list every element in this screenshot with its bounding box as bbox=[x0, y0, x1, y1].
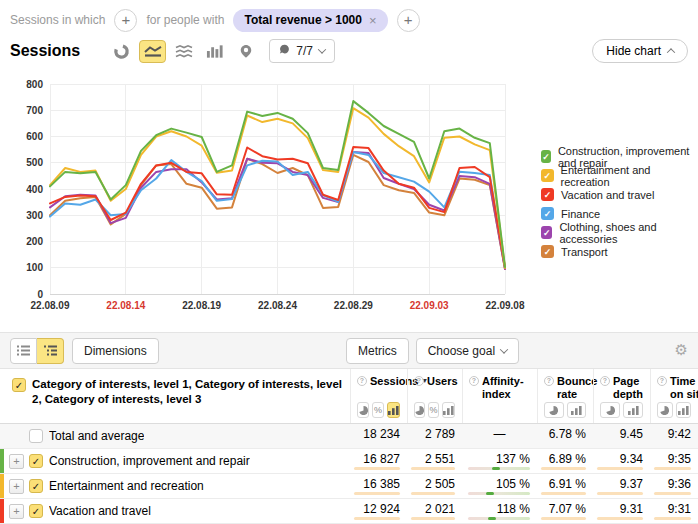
metric-bar bbox=[354, 467, 400, 470]
row-label[interactable]: Entertainment and recreation bbox=[49, 474, 204, 498]
metric-cell-bounce: 6.78 % bbox=[537, 424, 593, 448]
metric-value: 6.78 % bbox=[549, 427, 586, 441]
table-row[interactable]: +✓Entertainment and recreation16 3852 50… bbox=[0, 474, 698, 499]
expand-row-button[interactable]: + bbox=[9, 504, 24, 519]
affinity-marker bbox=[488, 517, 496, 520]
chart-header: Sessions 7/7 Hide chart bbox=[10, 38, 690, 64]
metric-cell-users: 2 021 bbox=[407, 499, 462, 523]
metric-label[interactable]: ?Users bbox=[414, 375, 455, 388]
percent-mini-icon[interactable]: % bbox=[428, 402, 439, 418]
row-checkbox[interactable]: ✓ bbox=[29, 454, 43, 468]
gear-icon[interactable]: ⚙ bbox=[675, 343, 688, 358]
annotations-dropdown[interactable]: 7/7 bbox=[269, 39, 335, 63]
row-checkbox[interactable]: ✓ bbox=[29, 504, 43, 518]
metric-cell-sessions: 16 385 bbox=[350, 474, 407, 498]
affinity-marker bbox=[486, 492, 494, 495]
expand-row-button[interactable]: + bbox=[9, 454, 24, 469]
chart-legend: ✓Construction, improvement and repair✓En… bbox=[541, 147, 698, 261]
pie-mini-icon[interactable] bbox=[357, 402, 369, 418]
segment-pill-label: Total revenue > 1000 bbox=[244, 13, 362, 27]
add-session-condition-button[interactable]: + bbox=[114, 9, 137, 32]
metric-value: 6.91 % bbox=[549, 477, 586, 491]
percent-mini-icon[interactable]: % bbox=[372, 402, 384, 418]
help-icon[interactable]: ? bbox=[600, 376, 610, 386]
help-icon[interactable]: ? bbox=[544, 376, 554, 386]
y-axis-tick: 700 bbox=[26, 105, 43, 116]
remove-segment-icon[interactable]: × bbox=[369, 13, 377, 28]
bars-mini-icon[interactable] bbox=[387, 402, 400, 418]
table-row-total[interactable]: Total and average18 2342 789—6.78 %9.459… bbox=[0, 424, 698, 449]
table-row[interactable]: +✓Vacation and travel12 9242 021118 %7.0… bbox=[0, 499, 698, 524]
bars-mini-icon[interactable] bbox=[567, 402, 587, 418]
metrics-button[interactable]: Metrics bbox=[346, 338, 409, 364]
pie-mini-icon[interactable] bbox=[657, 402, 673, 418]
bar-chart-icon[interactable] bbox=[201, 40, 228, 63]
metric-value: 9.34 bbox=[620, 452, 643, 466]
row-checkbox[interactable] bbox=[29, 429, 43, 443]
help-icon[interactable]: ? bbox=[469, 376, 479, 386]
map-pin-icon[interactable] bbox=[232, 40, 259, 63]
metric-cell-pagedepth: 9.34 bbox=[593, 449, 650, 473]
legend-checkbox[interactable]: ✓ bbox=[541, 150, 551, 163]
help-icon[interactable]: ? bbox=[414, 376, 424, 386]
metric-label[interactable]: ?Timeon site bbox=[657, 375, 691, 401]
y-axis-tick: 200 bbox=[26, 236, 43, 247]
bars-mini-icon[interactable] bbox=[442, 402, 455, 418]
row-color-bar bbox=[0, 449, 4, 473]
metric-value: 16 827 bbox=[363, 452, 400, 466]
pie-mini-icon[interactable] bbox=[600, 402, 620, 418]
sessions-line-chart[interactable]: 010020030040050060070080022.08.0922.08.1… bbox=[0, 74, 540, 320]
add-people-condition-button[interactable]: + bbox=[397, 9, 420, 32]
for-people-with-label: for people with bbox=[146, 13, 224, 27]
metric-cell-users: 2 551 bbox=[407, 449, 462, 473]
metric-value: 105 % bbox=[496, 477, 530, 491]
row-label[interactable]: Total and average bbox=[49, 424, 144, 448]
pie-mini-icon[interactable] bbox=[414, 402, 425, 418]
hide-chart-button[interactable]: Hide chart bbox=[592, 39, 688, 63]
select-all-checkbox[interactable]: ✓ bbox=[12, 378, 26, 392]
metric-bar bbox=[354, 492, 400, 495]
legend-checkbox[interactable]: ✓ bbox=[541, 207, 554, 220]
metric-label[interactable]: ?Pagedepth bbox=[600, 375, 643, 401]
legend-checkbox[interactable]: ✓ bbox=[541, 169, 554, 182]
legend-item[interactable]: ✓Transport bbox=[541, 242, 698, 261]
list-view-icon[interactable] bbox=[10, 338, 37, 364]
metric-cell-affinity: 105 % bbox=[462, 474, 537, 498]
pie-chart-icon[interactable] bbox=[108, 40, 135, 63]
choose-goal-dropdown[interactable]: Choose goal bbox=[416, 338, 519, 364]
stacked-area-icon[interactable] bbox=[170, 40, 197, 63]
legend-item[interactable]: ✓Clothing, shoes and accessories bbox=[541, 223, 698, 242]
legend-label: Vacation and travel bbox=[561, 189, 654, 201]
metric-label[interactable]: ?Affinity-index bbox=[469, 375, 530, 401]
chart-type-selector bbox=[108, 40, 259, 63]
metric-column-header-affinity: ?Affinity-index bbox=[462, 369, 537, 423]
tree-view-icon[interactable] bbox=[37, 338, 64, 364]
metric-value: 9.37 bbox=[620, 477, 643, 491]
metric-value: 9:42 bbox=[668, 427, 691, 441]
legend-label: Finance bbox=[561, 208, 600, 220]
expand-row-button[interactable]: + bbox=[9, 479, 24, 494]
row-label[interactable]: Construction, improvement and repair bbox=[49, 449, 250, 473]
row-label[interactable]: Vacation and travel bbox=[49, 499, 151, 523]
metric-label[interactable]: ?Bouncerate bbox=[544, 375, 586, 401]
dimensions-button[interactable]: Dimensions bbox=[72, 338, 159, 364]
legend-checkbox[interactable]: ✓ bbox=[541, 226, 552, 239]
legend-checkbox[interactable]: ✓ bbox=[541, 188, 554, 201]
help-icon[interactable]: ? bbox=[657, 376, 667, 386]
metric-label[interactable]: ?Sessions▼ bbox=[357, 375, 400, 388]
help-icon[interactable]: ? bbox=[357, 376, 367, 386]
row-color-bar bbox=[0, 474, 4, 498]
bars-mini-icon[interactable] bbox=[623, 402, 643, 418]
row-checkbox[interactable]: ✓ bbox=[29, 479, 43, 493]
y-axis-tick: 300 bbox=[26, 210, 43, 221]
table-row[interactable]: +✓Construction, improvement and repair16… bbox=[0, 449, 698, 474]
legend-checkbox[interactable]: ✓ bbox=[541, 245, 554, 258]
choose-goal-label: Choose goal bbox=[428, 344, 495, 358]
bars-mini-icon[interactable] bbox=[676, 402, 692, 418]
pie-mini-icon[interactable] bbox=[544, 402, 564, 418]
legend-item[interactable]: ✓Vacation and travel bbox=[541, 185, 698, 204]
legend-item[interactable]: ✓Entertainment and recreation bbox=[541, 166, 698, 185]
line-chart-icon[interactable] bbox=[139, 40, 166, 63]
segment-pill[interactable]: Total revenue > 1000 × bbox=[233, 9, 387, 32]
affinity-gradient-bar bbox=[468, 517, 530, 520]
